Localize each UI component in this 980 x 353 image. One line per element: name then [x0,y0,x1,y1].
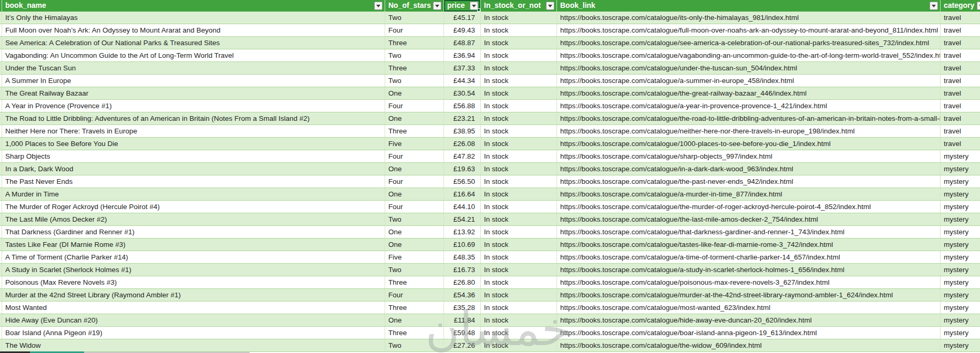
cell-book_name[interactable]: In a Dark, Dark Wood [2,163,385,175]
cell-stock[interactable]: In stock [481,188,557,200]
cell-book_name[interactable]: A Summer In Europe [2,75,385,87]
cell-stock[interactable]: In stock [481,12,557,24]
cell-price[interactable]: £44.10 [444,201,481,213]
cell-book_name[interactable]: That Darkness (Gardiner and Renner #1) [2,226,385,238]
cell-link[interactable]: https://books.toscrape.com/catalogue/the… [557,175,941,188]
cell-link[interactable]: https://books.toscrape.com/catalogue/a-s… [557,264,941,276]
cell-book_name[interactable]: Murder at the 42nd Street Library (Raymo… [2,289,385,301]
cell-stock[interactable]: In stock [481,276,557,288]
cell-link[interactable]: https://books.toscrape.com/catalogue/the… [557,112,941,124]
cell-stock[interactable]: In stock [481,201,557,213]
cell-book_name[interactable]: The Past Never Ends [2,175,385,188]
cell-link[interactable]: https://books.toscrape.com/catalogue/the… [557,339,941,351]
cell-stock[interactable]: In stock [481,62,557,74]
cell-book_name[interactable]: A Study in Scarlet (Sherlock Holmes #1) [2,264,385,276]
cell-stock[interactable]: In stock [481,100,557,112]
cell-link[interactable]: https://books.toscrape.com/catalogue/a-t… [557,251,941,263]
cell-book_name[interactable]: The Widow [2,339,385,351]
filter-button-book_name[interactable] [374,2,383,10]
cell-book_name[interactable]: Poisonous (Max Revere Novels #3) [2,276,385,288]
cell-stock[interactable]: In stock [481,125,557,137]
cell-stars[interactable]: Two [385,75,444,87]
cell-category[interactable]: mystery [941,251,980,263]
cell-price[interactable]: £36.94 [444,49,481,61]
cell-price[interactable]: £30.54 [444,87,481,99]
cell-category[interactable]: travel [941,24,980,36]
cell-link[interactable]: https://books.toscrape.com/catalogue/tas… [557,238,941,251]
cell-price[interactable]: £54.36 [444,289,481,301]
cell-price[interactable]: £48.35 [444,251,481,263]
cell-stock[interactable]: In stock [481,24,557,36]
cell-category[interactable]: mystery [941,289,980,301]
cell-book_name[interactable]: Hide Away (Eve Duncan #20) [2,314,385,326]
cell-stock[interactable]: In stock [481,150,557,162]
filter-button-stock[interactable] [546,2,554,10]
cell-category[interactable]: mystery [941,213,980,225]
cell-stock[interactable]: In stock [481,163,557,175]
cell-stars[interactable]: Five [385,251,444,263]
cell-price[interactable]: £13.92 [444,226,481,238]
cell-book_name[interactable]: Full Moon over Noah’s Ark: An Odyssey to… [2,24,385,36]
cell-stock[interactable]: In stock [481,314,557,326]
cell-link[interactable]: https://books.toscrape.com/catalogue/nei… [557,125,941,137]
cell-stars[interactable]: Four [385,289,444,301]
cell-stock[interactable]: In stock [481,37,557,49]
cell-stars[interactable]: One [385,163,444,175]
cell-stars[interactable]: Two [385,12,444,24]
cell-stars[interactable]: One [385,226,444,238]
column-header-stock[interactable]: In_stock_or_not [481,0,557,12]
cell-price[interactable]: £16.73 [444,264,481,276]
cell-category[interactable]: mystery [941,188,980,200]
cell-category[interactable]: travel [941,62,980,74]
cell-book_name[interactable]: Tastes Like Fear (DI Marnie Rome #3) [2,238,385,251]
cell-stock[interactable]: In stock [481,87,557,99]
cell-book_name[interactable]: A Time of Torment (Charlie Parker #14) [2,251,385,263]
cell-price[interactable]: £35.28 [444,302,481,314]
cell-stars[interactable]: Four [385,175,444,188]
cell-stars[interactable]: Three [385,276,444,288]
cell-category[interactable]: travel [941,49,980,61]
cell-link[interactable]: https://books.toscrape.com/catalogue/the… [557,87,941,99]
cell-price[interactable]: £27.26 [444,339,481,351]
cell-category[interactable]: travel [941,125,980,137]
cell-stock[interactable]: In stock [481,264,557,276]
cell-link[interactable]: https://books.toscrape.com/catalogue/hid… [557,314,941,326]
cell-price[interactable]: £59.48 [444,327,481,339]
column-header-link[interactable]: Book_link [557,0,941,12]
cell-link[interactable]: https://books.toscrape.com/catalogue/a-y… [557,100,941,112]
column-header-stars[interactable]: No_of_stars [385,0,444,12]
cell-price[interactable]: £48.87 [444,37,481,49]
cell-book_name[interactable]: The Last Mile (Amos Decker #2) [2,213,385,225]
filter-button-category[interactable] [977,2,980,10]
cell-category[interactable]: mystery [941,276,980,288]
cell-book_name[interactable]: Under the Tuscan Sun [2,62,385,74]
cell-link[interactable]: https://books.toscrape.com/catalogue/see… [557,37,941,49]
cell-stock[interactable]: In stock [481,251,557,263]
cell-stars[interactable]: Four [385,24,444,36]
cell-price[interactable]: £56.50 [444,175,481,188]
cell-book_name[interactable]: A Year in Provence (Provence #1) [2,100,385,112]
cell-link[interactable]: https://books.toscrape.com/catalogue/a-m… [557,188,941,200]
cell-link[interactable]: https://books.toscrape.com/catalogue/in-… [557,163,941,175]
cell-category[interactable]: mystery [941,150,980,162]
cell-price[interactable]: £44.34 [444,75,481,87]
cell-book_name[interactable]: A Murder in Time [2,188,385,200]
cell-link[interactable]: https://books.toscrape.com/catalogue/100… [557,138,941,150]
cell-category[interactable]: travel [941,100,980,112]
cell-link[interactable]: https://books.toscrape.com/catalogue/mur… [557,289,941,301]
filter-button-stars[interactable] [433,2,441,10]
cell-stars[interactable]: Four [385,100,444,112]
cell-book_name[interactable]: Boar Island (Anna Pigeon #19) [2,327,385,339]
cell-stock[interactable]: In stock [481,302,557,314]
cell-stars[interactable]: One [385,87,444,99]
cell-price[interactable]: £54.21 [444,213,481,225]
cell-stars[interactable]: Three [385,125,444,137]
cell-stock[interactable]: In stock [481,112,557,124]
cell-category[interactable]: travel [941,138,980,150]
cell-link[interactable]: https://books.toscrape.com/catalogue/mos… [557,302,941,314]
cell-book_name[interactable]: Vagabonding: An Uncommon Guide to the Ar… [2,49,385,61]
column-header-price[interactable]: price [444,0,481,12]
cell-stars[interactable]: One [385,238,444,251]
cell-price[interactable]: £47.82 [444,150,481,162]
cell-category[interactable]: mystery [941,201,980,213]
